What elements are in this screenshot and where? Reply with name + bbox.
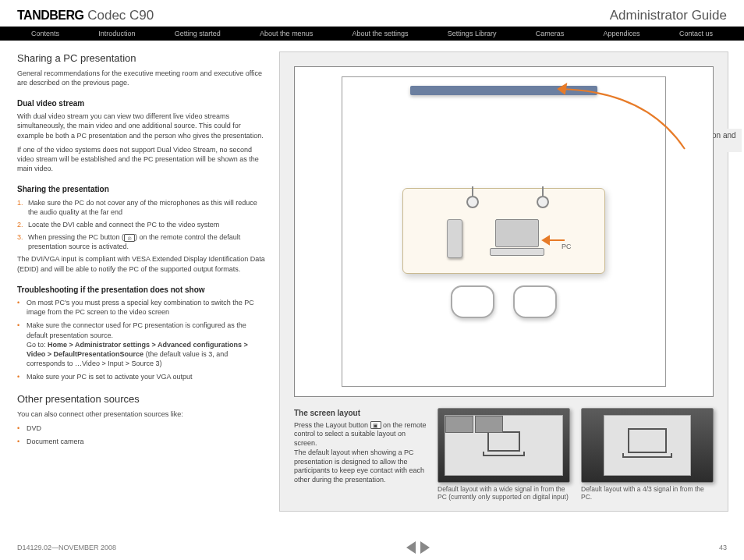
nav-contact-us[interactable]: Contact us: [679, 30, 713, 37]
nav-appendices[interactable]: Appendices: [604, 30, 640, 37]
right-column: Shows the PC presentation and the partic…: [279, 51, 728, 512]
remote-control-icon: [447, 219, 462, 258]
layout-thumb-wide: Default layout with a wide signal in fro…: [438, 408, 570, 502]
pc-label: PC: [562, 243, 572, 250]
brand: TANDBERG Codec C90: [17, 8, 154, 23]
participant-tile-icon: [475, 416, 503, 433]
step-3: 3. When pressing the PC button (⎚) on th…: [17, 232, 265, 251]
mic-wire-icon: [472, 186, 473, 196]
layout-text: The screen layout Press the Layout butto…: [294, 408, 427, 502]
pc-button-icon: ⎚: [124, 234, 135, 242]
nav-settings-library[interactable]: Settings Library: [448, 30, 497, 37]
sharing-steps: 1.Make sure the PC do not cover any of t…: [17, 198, 265, 252]
43-caption: Default layout with a 4/3 signal in from…: [581, 485, 714, 502]
trouble-item-3: Make sure your PC is set to activate you…: [17, 372, 265, 381]
footer: D14129.02—NOVEMBER 2008 43: [17, 541, 727, 554]
left-column: Sharing a PC presentation General recomm…: [17, 51, 265, 512]
participant-tile-icon: [445, 416, 473, 433]
doc-number: D14129.02—NOVEMBER 2008: [17, 544, 116, 551]
layout-p2: The default layout when showing a PC pre…: [294, 448, 427, 485]
intro-text: General recommendations for the executiv…: [17, 69, 265, 87]
layout-thumb-43: Default layout with a 4/3 signal in from…: [581, 408, 714, 502]
other-sources-heading: Other presentation sources: [17, 392, 265, 406]
svg-marker-1: [543, 236, 549, 244]
source-document-camera: Document camera: [17, 437, 265, 446]
step-2: 2.Locate the DVI cable and connect the P…: [17, 220, 265, 229]
dual-video-p1: With dual video stream you can view two …: [17, 112, 265, 140]
brand-model: Codec C90: [87, 8, 154, 23]
edid-note: The DVI/VGA input is compliant with VESA…: [17, 254, 265, 273]
trouble-item-1: On most PC's you must press a special ke…: [17, 298, 265, 317]
layout-heading: The screen layout: [294, 408, 427, 418]
other-sources-text: You can also connect other presentation …: [17, 409, 265, 419]
nav-about-menus[interactable]: About the menus: [260, 30, 313, 37]
dual-video-p2: If one of the video systems does not sup…: [17, 145, 265, 173]
chair-icon: [451, 285, 494, 318]
brand-bold: TANDBERG: [17, 9, 83, 22]
dual-video-heading: Dual video stream: [17, 98, 265, 109]
laptop-icon: [622, 428, 672, 463]
section-title: Sharing a PC presentation: [17, 51, 265, 66]
nav-about-settings[interactable]: About the settings: [352, 30, 408, 37]
layout-p1: Press the Layout button ▣ on the remote …: [294, 421, 427, 448]
room-diagram: PC: [294, 66, 714, 397]
microphone-icon: [537, 196, 549, 208]
wide-caption: Default layout with a wide signal in fro…: [438, 485, 570, 502]
navbar: Contents Introduction Getting started Ab…: [0, 27, 744, 41]
troubleshooting-heading: Troubleshooting if the presentation does…: [17, 285, 265, 296]
mic-wire-icon: [542, 186, 544, 196]
layout-button-icon: ▣: [370, 421, 381, 429]
prev-page-button[interactable]: [406, 541, 416, 554]
page-number: 43: [719, 544, 727, 551]
troubleshooting-list: On most PC's you must press a special ke…: [17, 298, 265, 381]
svg-marker-0: [558, 84, 566, 94]
chair-icon: [513, 285, 557, 318]
laptop-icon: [490, 219, 544, 258]
nav-introduction[interactable]: Introduction: [98, 30, 135, 37]
layout-row: The screen layout Press the Layout butto…: [294, 408, 714, 502]
source-dvd: DVD: [17, 424, 265, 433]
other-sources-list: DVD Document camera: [17, 424, 265, 446]
pager: [406, 541, 430, 554]
nav-getting-started[interactable]: Getting started: [175, 30, 221, 37]
step-1: 1.Make sure the PC do not cover any of t…: [17, 198, 265, 217]
doc-title: Administrator Guide: [610, 8, 727, 23]
sharing-heading: Sharing the presentation: [17, 184, 265, 195]
microphone-icon: [466, 196, 479, 208]
wide-layout-preview: [438, 408, 570, 483]
nav-cameras[interactable]: Cameras: [536, 30, 565, 37]
laptop-icon: [483, 431, 525, 459]
arrow-to-camera-icon: [552, 83, 693, 161]
43-layout-preview: [581, 408, 714, 483]
next-page-button[interactable]: [420, 541, 430, 554]
trouble-item-2: Make sure the connector used for PC pres…: [17, 321, 265, 368]
nav-contents[interactable]: Contents: [31, 30, 59, 37]
